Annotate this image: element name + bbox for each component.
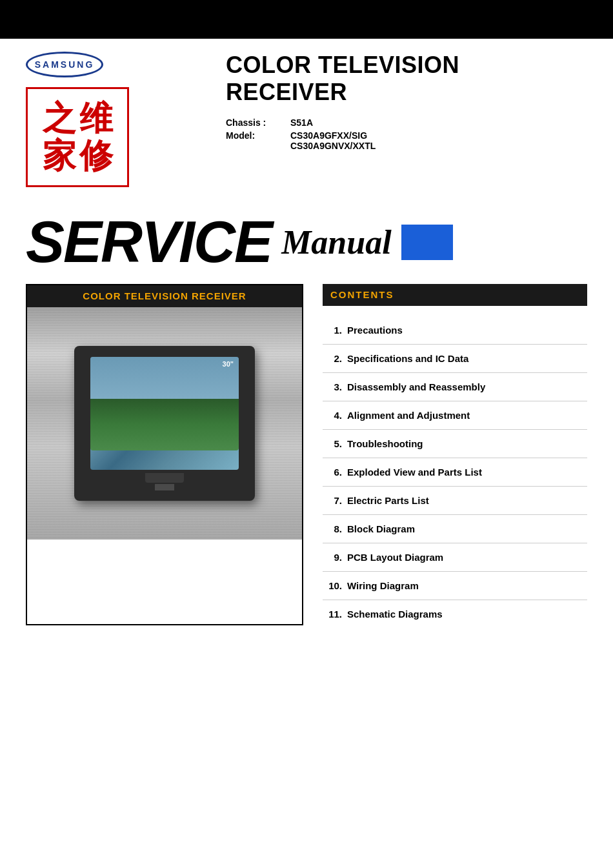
contents-item-num: 4. <box>326 410 342 421</box>
service-manual-area: SERVICE Manual <box>0 194 613 284</box>
samsung-logo: SAMSUNG <box>26 52 206 77</box>
contents-divider <box>323 571 587 572</box>
chassis-label: Chassis : <box>226 117 277 128</box>
manual-text: Manual <box>281 223 392 261</box>
contents-item-num: 7. <box>326 495 342 506</box>
contents-item: 1. Precautions <box>323 319 587 341</box>
contents-item: 10. Wiring Diagram <box>323 574 587 597</box>
contents-header: CONTENTS <box>323 284 587 306</box>
left-panel: COLOR TELEVISION RECEIVER 30" <box>26 284 303 625</box>
bottom-content: COLOR TELEVISION RECEIVER 30" CONTENTS 1… <box>0 284 613 651</box>
tv-image-area: 30" <box>27 307 302 540</box>
chinese-char-1: 之 <box>43 100 76 137</box>
contents-item-num: 9. <box>326 552 342 563</box>
chassis-row: Chassis : S51A <box>226 117 587 128</box>
contents-item: 6. Exploded View and Parts List <box>323 461 587 483</box>
contents-item: 9. PCB Layout Diagram <box>323 546 587 569</box>
contents-item-num: 6. <box>326 467 342 478</box>
tv-screen: 30" <box>90 357 239 470</box>
contents-item: 11. Schematic Diagrams <box>323 603 587 625</box>
tv-size-label: 30" <box>223 360 234 368</box>
samsung-text: SAMSUNG <box>35 59 95 70</box>
contents-item: 8. Block Diagram <box>323 518 587 540</box>
header-right: COLOR TELEVISION RECEIVER Chassis : S51A… <box>206 52 587 151</box>
contents-divider <box>323 372 587 373</box>
contents-item: 2. Specifications and IC Data <box>323 347 587 370</box>
contents-item-text: Precautions <box>347 325 403 336</box>
contents-item-text: Wiring Diagram <box>347 580 419 591</box>
contents-divider <box>323 458 587 458</box>
contents-item-num: 5. <box>326 438 342 449</box>
contents-divider <box>323 486 587 487</box>
top-black-bar <box>0 0 613 39</box>
header-left: SAMSUNG 之 维 家 修 <box>26 52 206 187</box>
main-title: COLOR TELEVISION RECEIVER <box>226 52 587 106</box>
tv-stand <box>155 484 174 490</box>
chinese-char-4: 修 <box>79 137 113 174</box>
contents-list: 1. Precautions 2. Specifications and IC … <box>323 319 587 625</box>
contents-item-text: Block Diagram <box>347 523 415 534</box>
contents-item-num: 1. <box>326 325 342 336</box>
chinese-char-2: 维 <box>79 100 113 137</box>
contents-item-text: Disassembly and Reassembly <box>347 381 485 392</box>
contents-item: 5. Troubleshooting <box>323 432 587 455</box>
contents-item-text: Troubleshooting <box>347 438 423 449</box>
blue-rect-decoration <box>401 225 453 260</box>
model-value-2: CS30A9GNVX/XXTL <box>290 141 376 151</box>
chinese-char-3: 家 <box>43 137 76 174</box>
right-panel: CONTENTS 1. Precautions 2. Specification… <box>323 284 587 625</box>
contents-item: 3. Disassembly and Reassembly <box>323 376 587 398</box>
contents-item-text: Alignment and Adjustment <box>347 410 470 421</box>
contents-item: 4. Alignment and Adjustment <box>323 404 587 427</box>
contents-item-num: 3. <box>326 381 342 392</box>
left-panel-header: COLOR TELEVISION RECEIVER <box>27 285 302 307</box>
contents-item-text: Specifications and IC Data <box>347 353 468 364</box>
chinese-box: 之 维 家 修 <box>26 87 129 187</box>
contents-item: 7. Electric Parts List <box>323 489 587 512</box>
model-value-1: CS30A9GFXX/SIG <box>290 130 376 141</box>
contents-item-num: 8. <box>326 523 342 534</box>
contents-item-text: Exploded View and Parts List <box>347 467 482 478</box>
model-label: Model: <box>226 130 277 151</box>
tv-monitor: 30" <box>74 346 255 501</box>
logo-oval: SAMSUNG <box>26 52 103 77</box>
service-text: SERVICE <box>26 213 272 271</box>
contents-title: CONTENTS <box>330 289 394 300</box>
contents-item-text: PCB Layout Diagram <box>347 552 443 563</box>
contents-divider <box>323 429 587 430</box>
contents-item-text: Electric Parts List <box>347 495 429 506</box>
left-panel-title: COLOR TELEVISION RECEIVER <box>83 290 246 301</box>
contents-divider <box>323 344 587 345</box>
chinese-row-1: 之 维 <box>43 100 113 137</box>
tv-screen-landscape <box>90 399 239 450</box>
header-area: SAMSUNG 之 维 家 修 COLOR TELEVISION RECEIVE… <box>0 39 613 194</box>
contents-divider <box>323 600 587 600</box>
contents-item-num: 2. <box>326 353 342 364</box>
chinese-row-2: 家 修 <box>43 137 113 174</box>
contents-item-num: 11. <box>326 609 342 620</box>
tv-base <box>145 473 184 483</box>
chassis-value: S51A <box>290 117 313 128</box>
model-row: Model: CS30A9GFXX/SIG CS30A9GNVX/XXTL <box>226 130 587 151</box>
contents-divider <box>323 514 587 515</box>
contents-item-text: Schematic Diagrams <box>347 609 443 620</box>
contents-divider <box>323 543 587 543</box>
contents-item-num: 10. <box>326 580 342 591</box>
contents-divider <box>323 401 587 401</box>
specs-table: Chassis : S51A Model: CS30A9GFXX/SIG CS3… <box>226 117 587 151</box>
